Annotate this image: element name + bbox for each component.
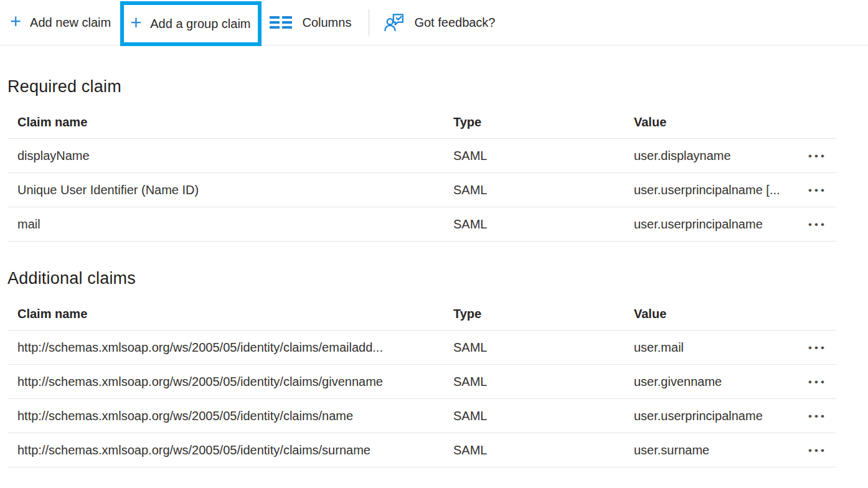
columns-icon (270, 16, 292, 29)
add-new-claim-button[interactable]: + Add new claim (10, 13, 111, 32)
command-bar: + Add new claim + Add a group claim Colu… (0, 0, 868, 45)
table-header-row: Claim name Type Value (7, 106, 836, 139)
got-feedback-button[interactable]: Got feedback? (383, 11, 495, 34)
column-header-type: Type (453, 307, 634, 321)
column-header-claim-name: Claim name (17, 115, 453, 129)
claim-type-cell: SAML (453, 149, 634, 163)
required-claim-title: Required claim (7, 77, 868, 96)
column-header-value: Value (634, 307, 799, 321)
got-feedback-label: Got feedback? (414, 16, 495, 30)
claim-value-cell: user.surname (634, 443, 799, 458)
table-row[interactable]: mail SAML user.userprincipalname ••• (7, 207, 836, 242)
claim-type-cell: SAML (453, 183, 634, 197)
table-header-row: Claim name Type Value (7, 298, 836, 331)
person-feedback-icon (383, 11, 405, 34)
column-header-type: Type (453, 115, 634, 129)
claim-type-cell: SAML (453, 409, 634, 423)
additional-claims-title: Additional claims (7, 269, 868, 288)
columns-button[interactable]: Columns (270, 16, 351, 30)
claim-name-cell[interactable]: displayName (17, 149, 453, 163)
claim-name-cell[interactable]: http://schemas.xmlsoap.org/ws/2005/05/id… (17, 443, 453, 458)
claim-type-cell: SAML (453, 217, 634, 232)
toolbar-divider (369, 9, 369, 35)
table-row[interactable]: http://schemas.xmlsoap.org/ws/2005/05/id… (7, 331, 836, 365)
claim-name-cell[interactable]: Unique User Identifier (Name ID) (17, 183, 453, 197)
row-context-menu-button[interactable]: ••• (807, 340, 828, 355)
table-row[interactable]: Unique User Identifier (Name ID) SAML us… (7, 173, 836, 207)
row-context-menu-button[interactable]: ••• (807, 408, 828, 424)
claim-name-cell[interactable]: http://schemas.xmlsoap.org/ws/2005/05/id… (17, 340, 453, 355)
claim-type-cell: SAML (453, 443, 634, 458)
claim-value-cell: user.userprincipalname (634, 409, 799, 423)
row-context-menu-button[interactable]: ••• (807, 217, 828, 232)
claim-type-cell: SAML (453, 375, 634, 389)
claim-value-cell: user.userprincipalname [... (634, 183, 799, 197)
columns-label: Columns (302, 16, 351, 30)
table-row[interactable]: http://schemas.xmlsoap.org/ws/2005/05/id… (7, 399, 836, 433)
claim-value-cell: user.displayname (634, 149, 799, 163)
column-header-value: Value (634, 115, 799, 129)
column-header-claim-name: Claim name (17, 307, 453, 321)
annotation-highlight-box: + Add a group claim (120, 1, 262, 46)
claim-value-cell: user.givenname (634, 375, 799, 389)
claim-value-cell: user.mail (634, 340, 799, 355)
additional-claims-table: Claim name Type Value http://schemas.xml… (7, 298, 836, 467)
add-group-claim-button[interactable]: + Add a group claim (130, 14, 250, 34)
claim-name-cell[interactable]: http://schemas.xmlsoap.org/ws/2005/05/id… (17, 409, 453, 423)
add-group-claim-label: Add a group claim (150, 17, 250, 31)
table-row[interactable]: http://schemas.xmlsoap.org/ws/2005/05/id… (7, 365, 836, 399)
required-claims-table: Claim name Type Value displayName SAML u… (7, 106, 836, 242)
row-context-menu-button[interactable]: ••• (807, 148, 828, 164)
claim-name-cell[interactable]: mail (17, 217, 453, 232)
claim-value-cell: user.userprincipalname (634, 217, 799, 232)
row-context-menu-button[interactable]: ••• (807, 374, 828, 390)
plus-icon: + (10, 12, 21, 31)
add-new-claim-label: Add new claim (30, 16, 111, 30)
row-context-menu-button[interactable]: ••• (807, 182, 828, 198)
table-row[interactable]: displayName SAML user.displayname ••• (7, 139, 836, 173)
claim-name-cell[interactable]: http://schemas.xmlsoap.org/ws/2005/05/id… (17, 375, 453, 389)
plus-icon: + (130, 13, 141, 32)
row-context-menu-button[interactable]: ••• (807, 443, 828, 458)
table-row[interactable]: http://schemas.xmlsoap.org/ws/2005/05/id… (7, 433, 836, 467)
claim-type-cell: SAML (453, 340, 634, 355)
